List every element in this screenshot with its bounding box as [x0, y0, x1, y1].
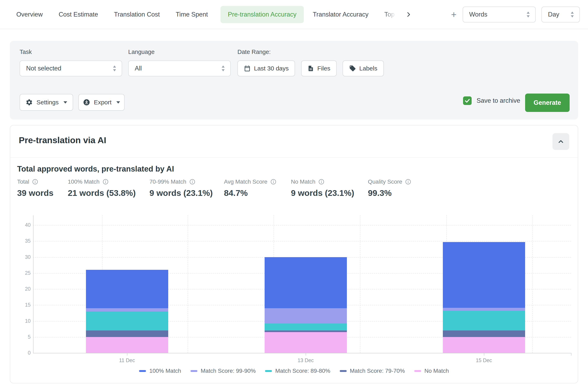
y-tick-label: 20 [16, 286, 31, 292]
analytics-dashboard: Overview Cost Estimate Translation Cost … [0, 0, 588, 385]
legend-label: Match Score: 79-70% [350, 368, 405, 374]
bar-segment-match-score-99-90-[interactable] [443, 308, 525, 311]
tab-top-truncated[interactable]: Top [384, 11, 397, 18]
y-tick-label: 5 [16, 334, 31, 340]
legend-label: No Match [424, 368, 449, 374]
tag-icon [349, 65, 356, 72]
legend-swatch [265, 370, 272, 372]
y-tick-label: 40 [16, 222, 31, 228]
files-filter-button[interactable]: Files [301, 61, 337, 76]
chevron-right-icon [405, 11, 412, 18]
legend-item-100-match[interactable]: 100% Match [139, 368, 181, 374]
legend-label: Match Score: 99-90% [201, 368, 256, 374]
date-range-label: Date Range: [237, 49, 271, 55]
x-gridline [188, 215, 188, 353]
gear-icon [25, 99, 33, 106]
x-gridline [360, 215, 360, 353]
tab-time-spent[interactable]: Time Spent [176, 11, 208, 18]
labels-filter-button[interactable]: Labels [343, 61, 384, 76]
bar-segment-no-match[interactable] [443, 337, 525, 353]
legend-label: Match Score: 89-80% [275, 368, 330, 374]
bar-segment-match-score-89-80-[interactable] [86, 311, 168, 331]
report-filters-panel: Task Not selected Language All Date Rang… [10, 41, 578, 120]
period-select[interactable]: Day [542, 6, 580, 22]
export-button[interactable]: Export [78, 94, 125, 111]
language-label: Language [128, 49, 155, 55]
x-gridline [532, 215, 533, 353]
y-tick-label: 35 [16, 238, 31, 244]
bar-segment-100-match[interactable] [265, 257, 347, 308]
bar-segment-match-score-99-90-[interactable] [86, 308, 168, 311]
legend-swatch [139, 370, 146, 372]
select-sort-icon [526, 11, 530, 18]
bar-segment-100-match[interactable] [86, 270, 168, 308]
file-icon [308, 65, 314, 72]
y-tick-label: 15 [16, 302, 31, 308]
legend-item-match-99-90[interactable]: Match Score: 99-90% [190, 368, 256, 374]
save-to-archive-group: Save to archive [463, 96, 520, 105]
task-select-value: Not selected [26, 65, 61, 72]
tab-translator-accuracy[interactable]: Translator Accuracy [313, 11, 369, 18]
bar-segment-no-match[interactable] [86, 337, 168, 353]
task-label: Task [20, 49, 32, 55]
save-to-archive-label: Save to archive [477, 97, 520, 104]
unit-select-value: Words [469, 11, 487, 18]
legend-item-match-79-70[interactable]: Match Score: 79-70% [340, 368, 405, 374]
y-tick-label: 10 [16, 318, 31, 324]
add-report-button[interactable]: + [451, 10, 457, 19]
legend-swatch [414, 370, 421, 372]
bar-segment-match-score-79-70-[interactable] [265, 330, 347, 332]
stacked-bar-chart: 051015202530354011 Dec13 Dec15 Dec [10, 125, 578, 383]
bar-segment-match-score-79-70-[interactable] [443, 330, 525, 337]
caret-down-icon [63, 101, 67, 104]
unit-select[interactable]: Words [463, 6, 536, 22]
y-gridline [33, 225, 571, 225]
y-tick-label: 30 [16, 254, 31, 260]
language-select[interactable]: All [128, 61, 231, 76]
bar-segment-match-score-79-70-[interactable] [86, 330, 168, 337]
x-axis-end-tick [571, 353, 571, 356]
caret-down-icon [116, 101, 120, 104]
bar-segment-match-score-89-80-[interactable] [265, 323, 347, 330]
legend-item-match-89-80[interactable]: Match Score: 89-80% [265, 368, 330, 374]
y-gridline [33, 241, 571, 241]
select-sort-icon [570, 11, 574, 18]
select-sort-icon [221, 65, 225, 72]
legend-label: 100% Match [149, 368, 181, 374]
select-sort-icon [112, 65, 117, 72]
tabs-scroll-right-button[interactable] [404, 10, 413, 19]
tab-translation-cost[interactable]: Translation Cost [114, 11, 160, 18]
tab-overview[interactable]: Overview [16, 11, 43, 18]
y-axis-line [33, 215, 34, 353]
settings-button-label: Settings [37, 99, 59, 106]
labels-button-label: Labels [359, 65, 377, 72]
generate-button[interactable]: Generate [525, 94, 570, 112]
bar-segment-no-match[interactable] [265, 332, 347, 353]
bar-segment-match-score-99-90-[interactable] [265, 308, 347, 323]
x-tick-label: 11 Dec [119, 357, 135, 363]
y-tick-label: 0 [16, 350, 31, 356]
period-select-value: Day [548, 11, 559, 18]
bar-segment-100-match[interactable] [443, 242, 525, 308]
pre-translation-report-card: Pre-translation via AI Total approved wo… [10, 125, 578, 383]
files-button-label: Files [317, 65, 330, 72]
settings-button[interactable]: Settings [20, 94, 73, 111]
language-select-value: All [135, 65, 142, 72]
bar-segment-match-score-89-80-[interactable] [443, 311, 525, 330]
date-range-button[interactable]: Last 30 days [237, 61, 295, 76]
x-tick-label: 13 Dec [297, 357, 314, 363]
y-tick-label: 25 [16, 270, 31, 276]
x-tick-label: 15 Dec [476, 357, 492, 363]
chart-legend: 100% Match Match Score: 99-90% Match Sco… [10, 368, 578, 374]
tab-pre-translation-accuracy[interactable]: Pre-translation Accuracy [220, 6, 304, 23]
tab-cost-estimate[interactable]: Cost Estimate [59, 11, 98, 18]
save-to-archive-checkbox[interactable] [463, 96, 472, 105]
export-button-label: Export [94, 99, 112, 106]
calendar-icon [244, 65, 251, 72]
legend-item-no-match[interactable]: No Match [414, 368, 449, 374]
legend-swatch [340, 370, 347, 372]
check-icon [464, 98, 470, 104]
legend-swatch [190, 370, 197, 372]
task-select[interactable]: Not selected [20, 61, 122, 76]
date-range-value: Last 30 days [254, 65, 289, 72]
